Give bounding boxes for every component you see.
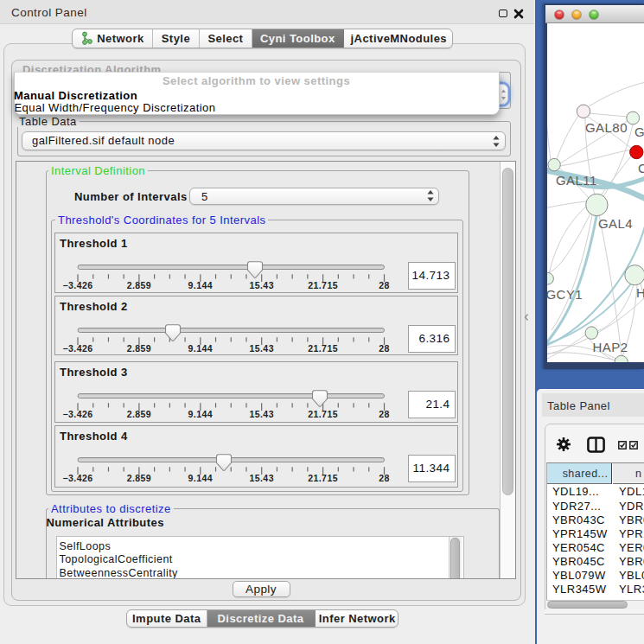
svg-text:9.144: 9.144 <box>188 473 214 483</box>
svg-text:21.715: 21.715 <box>308 473 338 483</box>
svg-text:GA: GA <box>634 124 644 139</box>
svg-text:21.715: 21.715 <box>308 409 338 419</box>
svg-text:2.859: 2.859 <box>127 409 152 419</box>
svg-text:−3.426: −3.426 <box>62 280 92 290</box>
svg-text:28: 28 <box>379 343 390 354</box>
svg-text:GAL80: GAL80 <box>585 120 628 135</box>
svg-text:GCY1: GCY1 <box>547 287 583 302</box>
svg-text:9.144: 9.144 <box>188 280 214 290</box>
svg-text:C: C <box>638 161 644 175</box>
svg-text:9.144: 9.144 <box>188 409 214 419</box>
svg-text:15.43: 15.43 <box>249 280 274 290</box>
svg-text:H: H <box>636 285 644 300</box>
svg-text:−3.426: −3.426 <box>62 409 92 419</box>
svg-text:2.859: 2.859 <box>127 473 152 483</box>
svg-text:28: 28 <box>379 280 390 290</box>
svg-text:15.43: 15.43 <box>249 473 274 483</box>
svg-text:15.43: 15.43 <box>249 409 274 419</box>
svg-text:21.715: 21.715 <box>308 343 338 354</box>
svg-text:−3.426: −3.426 <box>62 473 92 483</box>
svg-text:9.144: 9.144 <box>188 343 214 354</box>
svg-text:15.43: 15.43 <box>249 343 274 354</box>
svg-text:−3.426: −3.426 <box>62 343 92 354</box>
svg-text:28: 28 <box>379 473 390 483</box>
svg-text:2.859: 2.859 <box>127 343 152 354</box>
svg-text:HAP2: HAP2 <box>593 340 628 354</box>
svg-text:GAL4: GAL4 <box>598 216 633 231</box>
svg-text:21.715: 21.715 <box>308 280 338 290</box>
svg-text:GAL11: GAL11 <box>556 173 597 188</box>
svg-text:28: 28 <box>379 409 390 419</box>
svg-text:2.859: 2.859 <box>127 280 152 290</box>
